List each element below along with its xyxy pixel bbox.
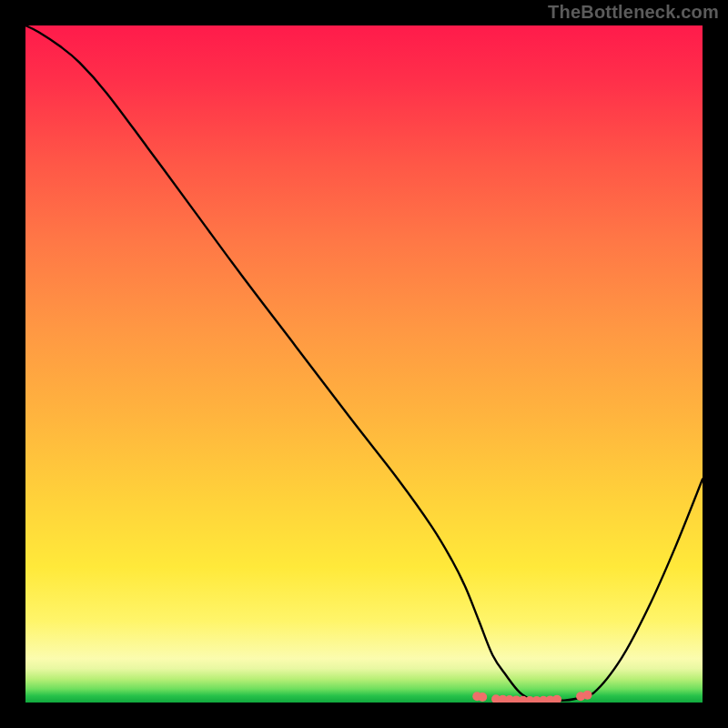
- marker-layer: [25, 25, 703, 703]
- data-marker: [552, 695, 561, 703]
- data-marker: [478, 693, 487, 702]
- plot-area: [25, 25, 703, 703]
- chart-stage: TheBottleneck.com: [0, 0, 728, 728]
- data-marker: [583, 691, 592, 700]
- watermark-text: TheBottleneck.com: [548, 2, 719, 23]
